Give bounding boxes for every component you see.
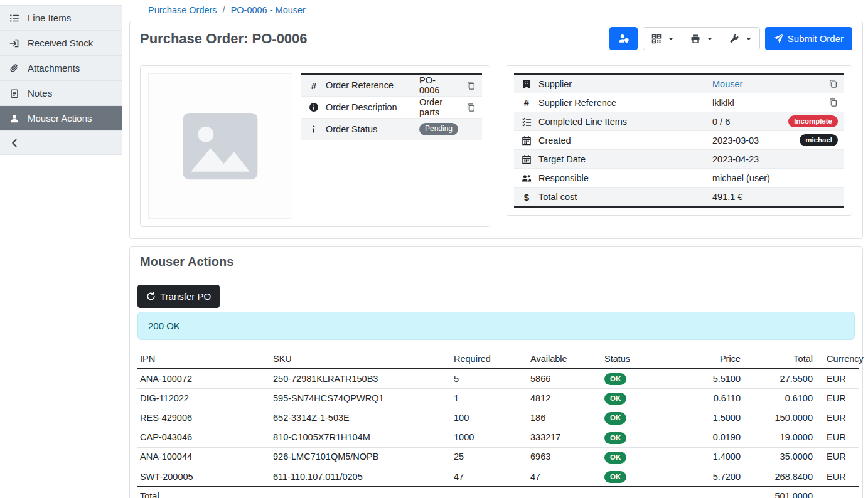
cell-required: 47 [451, 467, 528, 487]
ok-status-badge: OK [604, 432, 626, 444]
sidebar-collapse-button[interactable] [0, 131, 122, 155]
barcode-menu-button[interactable] [643, 27, 682, 50]
user-permissions-button[interactable] [609, 27, 638, 50]
ok-status-badge: OK [604, 452, 626, 464]
column-header-currency: Currency [815, 350, 859, 369]
cell-total: 150.0000 [743, 408, 815, 428]
mouser-table-foot-row: Total501.0000 [137, 487, 859, 498]
copy-icon[interactable] [466, 103, 476, 112]
mouser-actions-body: Transfer PO 200 OK IPNSKURequiredAvailab… [130, 277, 862, 498]
copy-icon[interactable] [828, 79, 838, 88]
detail-value: lklklkl [712, 98, 734, 108]
sidebar-item-notes[interactable]: Notes [0, 81, 122, 106]
order-details-table: #Order ReferencePO-0006Order Description… [301, 73, 482, 140]
send-icon [774, 34, 783, 43]
cell-required: 1000 [451, 428, 528, 447]
cell-required: 5 [451, 369, 528, 389]
cell-ipn: CAP-043046 [137, 428, 271, 447]
cell-total: 19.0000 [743, 428, 815, 447]
list-icon [9, 13, 19, 23]
caret-down-icon [668, 38, 673, 40]
sidebar-item-received-stock[interactable]: Received Stock [0, 31, 122, 56]
copy-icon[interactable] [828, 98, 838, 107]
detail-label: Supplier Reference [538, 98, 707, 108]
cell-currency: EUR [815, 369, 859, 389]
detail-row-order-description: Order DescriptionOrder parts [301, 97, 482, 119]
mouser-table-head-row: IPNSKURequiredAvailableStatusPriceTotalC… [137, 350, 859, 369]
detail-value: 2023-04-23 [712, 154, 759, 164]
sidebar-item-mouser-actions[interactable]: Mouser Actions [0, 106, 122, 131]
cell-price: 1.5000 [677, 408, 743, 428]
badge-incomplete: Incomplete [788, 115, 838, 127]
column-header-total: Total [743, 350, 815, 369]
cell-sku: 810-C1005X7R1H104M [271, 428, 451, 447]
detail-label: Order Status [326, 124, 414, 134]
sidebar-list: Line ItemsReceived StockAttachmentsNotes… [0, 5, 122, 131]
cell-available: 6963 [528, 447, 602, 467]
detail-value: 0 / 6 [712, 117, 730, 127]
cell-total: 35.0000 [743, 447, 815, 467]
supplier-details-table: SupplierMouser#Supplier Referencelklklkl… [514, 73, 844, 208]
cell-status: OK [602, 389, 677, 408]
sidebar-item-attachments[interactable]: Attachments [0, 56, 122, 81]
print-menu-button[interactable] [682, 27, 721, 50]
detail-label: Order Description [326, 102, 414, 112]
cell-required: 1 [451, 389, 528, 408]
cell-status: OK [602, 428, 677, 447]
ok-status-badge: OK [604, 471, 626, 483]
image-icon [173, 99, 267, 193]
cell-status: OK [602, 408, 677, 428]
dollar-icon: $ [520, 192, 533, 203]
breadcrumb-link-purchase-orders[interactable]: Purchase Orders [148, 5, 217, 15]
breadcrumb-current-page[interactable]: PO-0006 - Mouser [231, 5, 306, 15]
sidebar-item-label: Attachments [28, 63, 80, 73]
detail-value: PO-0006 [419, 75, 455, 95]
copy-icon[interactable] [466, 81, 476, 90]
order-image-placeholder[interactable] [148, 73, 292, 219]
transfer-po-button[interactable]: Transfer PO [137, 285, 220, 308]
breadcrumb-separator: / [223, 5, 225, 15]
cell-total: 268.8400 [743, 467, 815, 487]
cell-currency: EUR [815, 428, 859, 447]
submit-order-button[interactable]: Submit Order [765, 27, 852, 50]
detail-row-responsible: Responsiblemichael (user) [514, 169, 844, 188]
cell-price: 1.4000 [677, 447, 743, 467]
detail-row-target-date: Target Date2023-04-23 [514, 150, 844, 169]
note-icon [9, 88, 19, 98]
detail-value: michael (user) [712, 173, 770, 183]
order-actions-menu-button[interactable] [721, 27, 760, 50]
mouser-actions-panel: Mouser Actions Transfer PO 200 OK IPNSKU… [129, 246, 863, 498]
info-icon [308, 124, 320, 134]
cell-sku: 250-72981KLRATR150B3 [271, 369, 451, 389]
footer-empty-cell [528, 487, 602, 498]
mouser-order-table: IPNSKURequiredAvailableStatusPriceTotalC… [137, 350, 859, 498]
detail-label: Responsible [538, 173, 707, 183]
footer-empty-cell [815, 487, 859, 498]
order-summary-card: #Order ReferencePO-0006Order Description… [140, 65, 490, 227]
submit-order-button-label: Submit Order [788, 34, 844, 43]
supplier-link[interactable]: Mouser [712, 79, 742, 89]
cell-price: 5.5100 [677, 369, 743, 389]
calendar-icon [520, 154, 533, 164]
cell-total: 0.6100 [743, 389, 815, 408]
cell-available: 333217 [528, 428, 602, 447]
calendar-icon [520, 135, 533, 146]
badge-michael: michael [800, 134, 838, 146]
mouser-actions-header: Mouser Actions [130, 247, 862, 277]
info-circle-icon [308, 102, 320, 112]
sidebar-item-label: Notes [28, 88, 52, 98]
cell-price: 0.6110 [677, 389, 743, 408]
cell-price: 5.7200 [677, 467, 743, 487]
table-row: CAP-043046810-C1005X7R1H104M1000333217OK… [137, 428, 859, 447]
cell-ipn: DIG-112022 [137, 389, 271, 408]
sidebar-item-line-items[interactable]: Line Items [0, 6, 122, 31]
column-header-price: Price [677, 350, 743, 369]
column-header-status: Status [602, 350, 677, 369]
printer-icon [690, 34, 700, 44]
footer-total-value: 501.0000 [743, 487, 815, 498]
cell-status: OK [602, 369, 677, 389]
detail-value: 491.1 € [712, 192, 742, 202]
sign-in-icon [9, 38, 19, 48]
detail-value: Order parts [419, 97, 455, 117]
paperclip-icon [9, 63, 19, 73]
